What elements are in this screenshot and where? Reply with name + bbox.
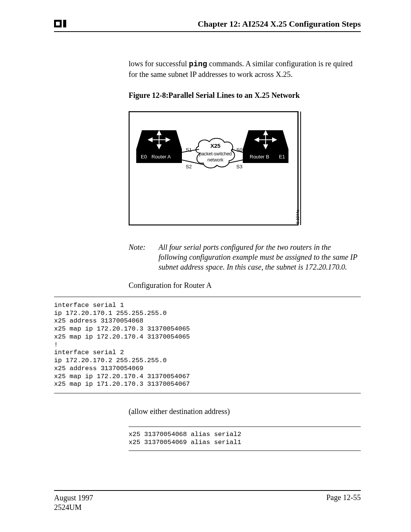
cloud-network: network <box>207 157 224 163</box>
footer-date: August 1997 <box>54 493 93 503</box>
svg-rect-3 <box>129 112 298 225</box>
label-router-b: Router B <box>250 154 269 160</box>
ping-command: ping <box>189 60 207 69</box>
note-label: Note: <box>129 242 145 272</box>
footer-docid: 2524UM <box>54 503 93 512</box>
cloud-x25: X25 <box>210 142 221 149</box>
page-footer: August 1997 2524UM Page 12-55 <box>54 490 361 512</box>
figure-12-8: E0 Router A Router B E1 <box>129 111 304 227</box>
figure-title: Figure 12-8:Parallel Serial Lines to an … <box>129 91 361 100</box>
chapter-title: Chapter 12: AI2524 X.25 Configuration St… <box>198 19 361 29</box>
label-e0: E0 <box>141 154 147 160</box>
cloud-packet: packet-switched <box>199 151 232 157</box>
note-text: All four serial ports configured for the… <box>158 242 361 272</box>
svg-rect-1 <box>56 22 60 26</box>
label-s2: S2 <box>186 164 192 169</box>
label-s0: S0 <box>236 147 242 153</box>
label-router-a: Router A <box>151 154 171 160</box>
note-block: Note: All four serial ports configured f… <box>129 242 361 272</box>
label-s3: S3 <box>236 164 242 169</box>
footer-rule <box>54 490 361 491</box>
label-s1: S1 <box>186 147 192 153</box>
footer-page: Page 12-55 <box>326 493 361 512</box>
figure-side-label: S 1044a <box>296 209 300 224</box>
rule-1 <box>54 297 361 297</box>
code-block-2-wrap: x25 31370054068 alias serial2 x25 313700… <box>129 427 361 451</box>
page-header: Chapter 12: AI2524 X.25 Configuration St… <box>54 18 361 32</box>
page: Chapter 12: AI2524 X.25 Configuration St… <box>0 0 411 532</box>
rule-2 <box>54 393 361 393</box>
rule-4 <box>129 451 361 451</box>
intro-paragraph: lows for successful ping commands. A sim… <box>129 59 361 80</box>
code-block-2: x25 31370054068 alias serial2 x25 313700… <box>129 427 361 450</box>
config-heading: Configuration for Router A <box>129 281 361 290</box>
content-area: lows for successful ping commands. A sim… <box>54 59 361 451</box>
logo-icon <box>54 18 68 29</box>
code-block-1: interface serial 1 ip 172.20.170.1 255.2… <box>54 302 361 388</box>
svg-rect-2 <box>63 20 66 27</box>
allow-text: (allow either destination address) <box>129 407 361 416</box>
label-e1: E1 <box>279 154 285 160</box>
para-prefix: lows for successful <box>129 59 189 68</box>
